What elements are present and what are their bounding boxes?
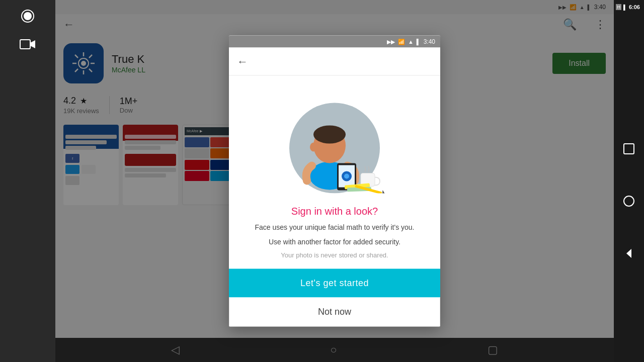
svg-point-1 xyxy=(24,12,32,20)
dialog-topbar: ← xyxy=(229,48,440,76)
record-icon[interactable] xyxy=(17,5,39,27)
svg-point-5 xyxy=(624,196,634,206)
lets-get-started-button[interactable]: Let's get started xyxy=(229,269,440,298)
recents-button[interactable] xyxy=(618,138,640,160)
recording-bar xyxy=(0,0,55,362)
not-now-button[interactable]: Not now xyxy=(229,298,440,327)
back-button[interactable] xyxy=(618,242,640,264)
system-time: 6:06 xyxy=(629,4,640,10)
svg-marker-3 xyxy=(30,40,35,48)
home-button[interactable] xyxy=(618,190,640,212)
dialog-cast-icon: ▶▶ xyxy=(387,38,395,45)
dialog-battery-icon: ▌ xyxy=(417,39,421,45)
dialog-back-arrow[interactable]: ← xyxy=(237,55,248,68)
dialog-text-area: Sign in with a look? Face uses your uniq… xyxy=(229,202,440,269)
dialog-time: 3:40 xyxy=(424,38,435,45)
dialog-sub-text: Your photo is never stored or shared. xyxy=(241,251,428,259)
video-icon[interactable] xyxy=(17,33,39,55)
svg-marker-30 xyxy=(381,190,387,194)
dialog-title: Sign in with a look? xyxy=(241,206,428,217)
playstore-background: ▶▶ 📶 ▲ ▌ 3:40 ← 🔍 ⋮ xyxy=(55,0,614,362)
dialog-body-line1: Face uses your unique facial math to ver… xyxy=(241,222,428,233)
battery-icon: ▌ xyxy=(623,5,627,10)
right-system-bar: ▶▶ ✶ ⏰ H ▌ 6:06 xyxy=(614,0,644,362)
dialog-illustration xyxy=(229,76,440,202)
svg-rect-2 xyxy=(20,40,30,49)
dialog-signal-icon: ▲ xyxy=(408,39,414,45)
dialog-card: ▶▶ 📶 ▲ ▌ 3:40 ← xyxy=(229,36,440,327)
dialog-status-bar: ▶▶ 📶 ▲ ▌ 3:40 xyxy=(229,36,440,48)
svg-marker-6 xyxy=(626,249,631,258)
svg-point-21 xyxy=(310,143,317,152)
dialog-wifi-icon: 📶 xyxy=(398,38,405,45)
svg-point-25 xyxy=(344,174,349,179)
svg-rect-4 xyxy=(624,144,634,154)
signal-h-icon: H xyxy=(616,4,621,10)
svg-point-20 xyxy=(313,126,346,144)
dialog-body-line2: Use with another factor for added securi… xyxy=(241,237,428,247)
